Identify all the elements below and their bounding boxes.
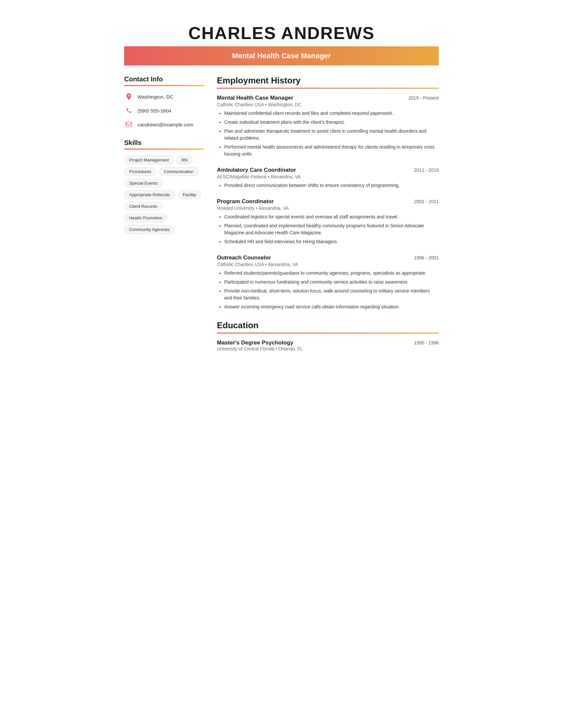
job-bullet: Participated in numerous fundraising and… — [224, 279, 439, 286]
job-bullet: Provided direct communication between sh… — [224, 182, 439, 189]
skills-section: Skills Project ManagementRNProceduresCom… — [124, 139, 204, 234]
job-title: Mental Health Case Manager — [217, 95, 294, 101]
job-bullet: Coordinated logistics for special events… — [224, 213, 439, 220]
job-title-header: Mental Health Case Manager — [134, 52, 429, 60]
skill-tag: Appropriate Referrals — [124, 190, 175, 199]
resume-name: CHARLES ANDREWS — [124, 13, 439, 46]
contact-divider — [124, 85, 204, 86]
edu-entry: Master's Degree Psychology1995 - 1996Uni… — [217, 340, 439, 351]
contact-email: candrews@example.com — [124, 120, 204, 129]
education-container: Master's Degree Psychology1995 - 1996Uni… — [217, 340, 439, 351]
job-bullets: Referred students/parents/guardians to c… — [217, 270, 439, 310]
job-title: Program Coordinator — [217, 198, 274, 205]
job-bullet: Planned, coordinated and implemented hea… — [224, 222, 439, 236]
job-company: Catholic Charities USA • Alexandria, VA — [217, 262, 439, 267]
job-company: AFSC/Magellan Federal • Alexandria, VA — [217, 174, 439, 179]
skill-tag: Special Events — [124, 179, 163, 188]
job-company: Howard University • Alexandria, VA — [217, 205, 439, 211]
skill-tag: Project Management — [124, 156, 174, 164]
skills-divider — [124, 149, 204, 150]
skill-tag: Client Records — [124, 202, 162, 211]
skill-tag: Facility — [178, 190, 201, 199]
employment-section-title: Employment History — [217, 75, 439, 86]
contact-section-title: Contact Info — [124, 75, 204, 83]
skill-tags: Project ManagementRNProceduresCommunicat… — [124, 156, 204, 234]
job-bullet: Create individual treatment plans with t… — [224, 119, 439, 126]
employment-divider — [217, 88, 439, 89]
job-bullet: Maintained confidential client records a… — [224, 110, 439, 117]
job-entry: Program Coordinator2001 - 2011Howard Uni… — [217, 198, 439, 245]
job-bullet: Performed mental health assessments and … — [224, 144, 439, 158]
title-bar: Mental Health Case Manager — [124, 46, 439, 66]
job-bullet: Referred students/parents/guardians to c… — [224, 270, 439, 277]
email-icon — [124, 120, 133, 129]
skill-tag: RN — [176, 156, 193, 164]
jobs-container: Mental Health Case Manager2019 - Present… — [217, 95, 439, 310]
contact-location: Washington, DC — [124, 92, 204, 101]
edu-title: Master's Degree Psychology — [217, 340, 294, 346]
employment-section: Employment History Mental Health Case Ma… — [217, 75, 439, 310]
job-bullet: Provide non-medical, short-term, solutio… — [224, 288, 439, 301]
job-title: Ambulatory Care Coordinator — [217, 167, 296, 173]
main-content: Employment History Mental Health Case Ma… — [217, 75, 439, 357]
svg-rect-0 — [126, 122, 132, 127]
location-icon — [124, 92, 133, 101]
job-bullets: Provided direct communication between sh… — [217, 182, 439, 189]
job-entry: Outreach Counselor1996 - 2001Catholic Ch… — [217, 254, 439, 310]
job-bullets: Coordinated logistics for special events… — [217, 213, 439, 245]
skill-tag: Communication — [159, 167, 198, 176]
job-title: Outreach Counselor — [217, 254, 271, 261]
job-header: Mental Health Case Manager2019 - Present — [217, 95, 439, 101]
contact-section: Contact Info Washington, DC — [124, 75, 204, 129]
education-divider — [217, 333, 439, 334]
contact-phone: (590) 555-1604 — [124, 106, 204, 115]
job-bullet: Scheduled HR and field interviews for Hi… — [224, 238, 439, 245]
skill-tag: Health Promotion — [124, 213, 167, 222]
job-bullets: Maintained confidential client records a… — [217, 110, 439, 158]
job-dates: 1996 - 2001 — [414, 255, 439, 260]
job-header: Outreach Counselor1996 - 2001 — [217, 254, 439, 261]
skill-tag: Community Agencies — [124, 225, 174, 234]
contact-phone-text: (590) 555-1604 — [137, 108, 171, 114]
job-entry: Ambulatory Care Coordinator2011 - 2019AF… — [217, 167, 439, 189]
job-header: Program Coordinator2001 - 2011 — [217, 198, 439, 205]
job-bullet: Answer incoming emergency road service c… — [224, 303, 439, 310]
job-dates: 2019 - Present — [408, 95, 439, 101]
sidebar: Contact Info Washington, DC — [124, 75, 204, 234]
job-entry: Mental Health Case Manager2019 - Present… — [217, 95, 439, 158]
edu-header: Master's Degree Psychology1995 - 1996 — [217, 340, 439, 346]
edu-school: University of Central Florida • Orlando,… — [217, 346, 439, 351]
job-bullet: Plan and administer therapeutic treatmen… — [224, 128, 439, 142]
education-section: Education Master's Degree Psychology1995… — [217, 320, 439, 351]
job-dates: 2011 - 2019 — [414, 167, 439, 173]
job-company: Catholic Charities USA • Washington, DC — [217, 102, 439, 107]
skills-section-title: Skills — [124, 139, 204, 147]
job-dates: 2001 - 2011 — [414, 199, 439, 204]
contact-email-text: candrews@example.com — [137, 122, 193, 127]
education-section-title: Education — [217, 320, 439, 331]
job-header: Ambulatory Care Coordinator2011 - 2019 — [217, 167, 439, 173]
contact-location-text: Washington, DC — [137, 94, 173, 100]
phone-icon — [124, 106, 133, 115]
edu-dates: 1995 - 1996 — [414, 340, 439, 345]
skill-tag: Procedures — [124, 167, 156, 176]
